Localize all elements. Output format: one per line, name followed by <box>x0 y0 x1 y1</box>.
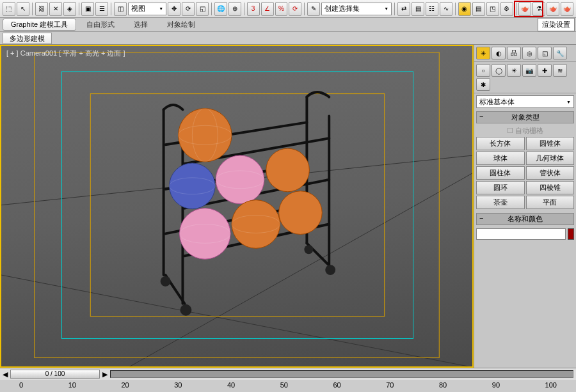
svg-point-15 <box>232 200 280 249</box>
svg-point-14 <box>179 208 230 260</box>
tick-label: 60 <box>333 381 340 392</box>
spinner-snap[interactable]: ⟳ <box>289 2 301 16</box>
helpers-icon[interactable]: ✚ <box>538 64 552 77</box>
box-button[interactable]: 长方体 <box>476 137 525 150</box>
torus-button[interactable]: 圆环 <box>476 181 525 194</box>
select-tool[interactable]: ⬚ <box>3 2 15 16</box>
cone-button[interactable]: 圆锥体 <box>526 137 575 150</box>
pyramid-button[interactable]: 四棱锥 <box>526 181 575 194</box>
move-tool[interactable]: ✥ <box>168 2 180 16</box>
region-tool[interactable]: ◫ <box>114 2 127 16</box>
render-scene-tool[interactable]: ▤ <box>472 2 485 16</box>
svg-point-16 <box>279 191 323 235</box>
command-panel: ✳ ◐ 品 ◎ ◱ 🔧 ○ ◯ ☀ 📷 ✚ ≋ ✱ 标准基本体 对象类型 ☐ 自… <box>474 45 576 368</box>
hierarchy-tab-icon[interactable]: 品 <box>507 47 521 59</box>
unlink-tool[interactable]: ✕ <box>49 2 62 16</box>
material-editor-tool[interactable]: ◉ <box>458 2 471 16</box>
mirror-tool[interactable]: ⇄ <box>397 2 410 16</box>
tube-button[interactable]: 管状体 <box>526 166 575 180</box>
separator <box>516 3 516 15</box>
object-color-swatch[interactable] <box>568 228 574 240</box>
render-last-tool[interactable]: 🫖 <box>561 2 573 16</box>
shapes-icon[interactable]: ◯ <box>492 64 506 77</box>
time-scrubber[interactable]: 0 / 100 <box>10 370 100 379</box>
percent-snap[interactable]: % <box>275 2 288 16</box>
teapot-render-tool[interactable]: 🫖 <box>547 2 559 16</box>
arrow-tool[interactable]: ↖ <box>17 2 29 16</box>
tick-label: 10 <box>68 381 76 392</box>
coord-tool[interactable]: 🌐 <box>214 2 227 16</box>
lights-icon[interactable]: ☀ <box>507 64 521 77</box>
viewport-label[interactable]: [ + ] Camera001 [ 平滑 + 高光 + 边面 ] <box>6 49 125 58</box>
panel-category-row: ✳ ◐ 品 ◎ ◱ 🔧 <box>474 45 576 62</box>
time-ruler[interactable]: 0 10 20 30 40 50 60 70 80 90 100 <box>0 380 576 392</box>
time-track[interactable] <box>110 370 573 378</box>
display-tab-icon[interactable]: ◱ <box>538 47 552 59</box>
svg-rect-4 <box>61 72 413 339</box>
cylinder-button[interactable]: 圆柱体 <box>476 166 525 180</box>
render-settings-tool[interactable]: ⚗ <box>532 2 545 16</box>
systems-icon[interactable]: ✱ <box>476 78 490 91</box>
cameras-icon[interactable]: 📷 <box>522 64 536 77</box>
rotate-tool[interactable]: ⟳ <box>182 2 195 16</box>
selection-set-dropdown[interactable]: 创建选择集 <box>321 3 392 15</box>
render-frame-tool[interactable]: ◳ <box>486 2 499 16</box>
primitive-buttons: 长方体 圆锥体 球体 几何球体 圆柱体 管状体 圆环 四棱锥 茶壶 平面 <box>474 137 576 209</box>
quick-render-tool[interactable]: 🫖 <box>518 2 531 16</box>
separator <box>304 3 305 15</box>
ribbon-tabs: Graphite 建模工具 自由形式 选择 对象绘制 <box>0 18 576 32</box>
sphere-button[interactable]: 球体 <box>476 152 525 165</box>
spacewarps-icon[interactable]: ≋ <box>553 64 567 77</box>
snap-3[interactable]: 3 <box>247 2 260 16</box>
object-name-input[interactable] <box>476 228 566 240</box>
svg-point-7 <box>180 304 191 316</box>
render-setup-tool[interactable]: ⚙ <box>500 2 513 16</box>
viewport-canvas[interactable] <box>1 46 472 366</box>
align-tool[interactable]: ▤ <box>412 2 424 16</box>
select-object-tool[interactable]: ▣ <box>81 2 94 16</box>
layers-tool[interactable]: ☷ <box>426 2 438 16</box>
subtab-polymodel[interactable]: 多边形建模 <box>3 33 52 44</box>
create-tab-icon[interactable]: ✳ <box>476 47 490 59</box>
main-toolbar: ⬚ ↖ ⛓ ✕ ◈ ▣ ☰ ◫ 视图 ✥ ⟳ ◱ 🌐 ⊕ 3 ∠ % ⟳ ✎ 创… <box>0 0 576 18</box>
svg-point-11 <box>170 163 216 209</box>
next-key-icon[interactable]: ▶ <box>102 370 108 379</box>
separator <box>455 3 456 15</box>
separator <box>32 3 33 15</box>
dropdown-label: 创建选择集 <box>324 4 360 13</box>
separator <box>79 3 79 15</box>
svg-line-2 <box>1 275 472 366</box>
prev-key-icon[interactable]: ◀ <box>3 370 8 379</box>
svg-point-10 <box>178 108 232 162</box>
tab-select[interactable]: 选择 <box>125 19 157 30</box>
modify-tab-icon[interactable]: ◐ <box>492 47 506 59</box>
edit-set-tool[interactable]: ✎ <box>307 2 320 16</box>
primitive-category-dropdown[interactable]: 标准基本体 <box>476 95 574 108</box>
viewport[interactable]: [ + ] Camera001 [ 平滑 + 高光 + 边面 ] <box>0 45 474 368</box>
pivot-tool[interactable]: ⊕ <box>228 2 241 16</box>
select-name-tool[interactable]: ☰ <box>95 2 108 16</box>
tick-label: 90 <box>492 381 500 392</box>
tab-objectpaint[interactable]: 对象绘制 <box>158 19 204 30</box>
tab-freeform[interactable]: 自由形式 <box>77 19 124 30</box>
link-tool[interactable]: ⛓ <box>35 2 48 16</box>
geosphere-button[interactable]: 几何球体 <box>526 152 575 165</box>
curve-editor-tool[interactable]: ∿ <box>440 2 452 16</box>
tab-graphite[interactable]: Graphite 建模工具 <box>3 19 76 31</box>
plane-button[interactable]: 平面 <box>526 196 575 209</box>
svg-rect-5 <box>90 94 384 317</box>
scale-tool[interactable]: ◱ <box>196 2 209 16</box>
rollup-name-color[interactable]: 名称和颜色 <box>476 213 574 225</box>
angle-snap[interactable]: ∠ <box>261 2 274 16</box>
autogrid-checkbox[interactable]: ☐ 自动栅格 <box>474 125 576 137</box>
svg-point-6 <box>161 276 171 286</box>
geometry-icon[interactable]: ○ <box>476 64 490 77</box>
utilities-tab-icon[interactable]: 🔧 <box>553 47 567 59</box>
selection-filter-dropdown[interactable]: 视图 <box>128 3 166 15</box>
bind-tool[interactable]: ◈ <box>63 2 76 16</box>
rollup-object-type[interactable]: 对象类型 <box>476 111 574 123</box>
separator <box>244 3 244 15</box>
tick-label: 50 <box>280 381 288 392</box>
teapot-button[interactable]: 茶壶 <box>476 196 525 209</box>
motion-tab-icon[interactable]: ◎ <box>522 47 536 59</box>
